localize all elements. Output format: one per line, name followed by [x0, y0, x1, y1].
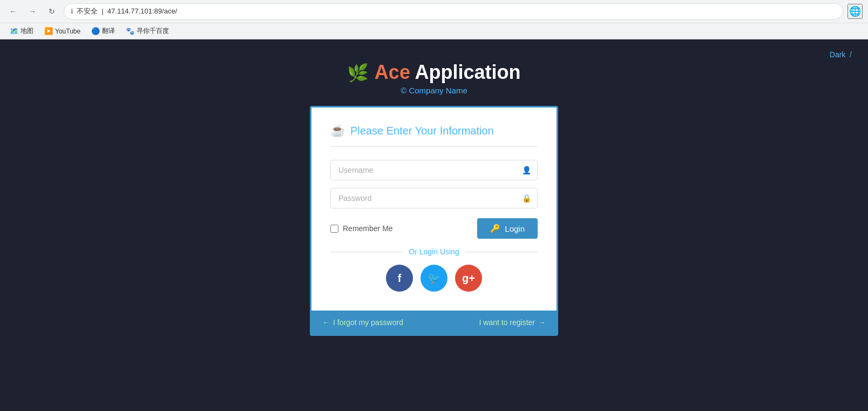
browser-chrome: ← → ↻ ℹ 不安全 | 47.114.77.101:89/ace/ 🌐 🗺️… — [0, 0, 868, 39]
back-button[interactable]: ← — [5, 4, 21, 19]
translate-icon: 🔵 — [91, 27, 100, 35]
card-footer: ← I forgot my password I want to registe… — [311, 311, 557, 334]
arrow-right-icon: → — [538, 318, 546, 327]
key-icon: 🔑 — [490, 224, 500, 233]
page-background: Dark / 🌿 Ace Application © Company Name … — [0, 39, 868, 411]
dark-mode-link[interactable]: Dark / — [830, 50, 852, 59]
remember-login-row: Remember Me 🔑 Login — [330, 218, 538, 239]
lock-icon: ℹ — [71, 8, 73, 15]
forgot-password-link[interactable]: ← I forgot my password — [322, 318, 403, 327]
twitter-icon: 🐦 — [428, 272, 441, 285]
search-icon: 🐾 — [126, 27, 134, 35]
facebook-icon: f — [398, 272, 402, 285]
username-input[interactable] — [330, 160, 538, 180]
login-card: ☕ Please Enter Your Information 👤 🔒 Reme… — [310, 106, 558, 336]
card-body: ☕ Please Enter Your Information 👤 🔒 Reme… — [311, 107, 557, 311]
maps-icon: 🗺️ — [10, 27, 18, 35]
facebook-login-button[interactable]: f — [386, 265, 413, 292]
password-input[interactable] — [330, 188, 538, 208]
login-button[interactable]: 🔑 Login — [477, 218, 538, 239]
username-group: 👤 — [330, 160, 538, 180]
twitter-login-button[interactable]: 🐦 — [421, 265, 447, 292]
forward-button[interactable]: → — [25, 4, 40, 19]
company-name: © Company Name — [347, 86, 520, 95]
remember-me-label[interactable]: Remember Me — [330, 224, 393, 233]
googleplus-login-button[interactable]: g+ — [455, 265, 482, 292]
remember-me-checkbox[interactable] — [330, 225, 338, 233]
register-link[interactable]: I want to register → — [479, 318, 546, 327]
address-bar[interactable]: ℹ 不安全 | 47.114.77.101:89/ace/ — [64, 3, 843, 19]
social-buttons-row: f 🐦 g+ — [330, 265, 538, 292]
bookmarks-bar: 🗺️ 地图 ▶️ YouTube 🔵 翻译 🐾 寻你千百度 — [0, 23, 868, 39]
url-text: 不安全 | 47.114.77.101:89/ace/ — [77, 6, 177, 16]
password-group: 🔒 — [330, 188, 538, 208]
leaf-icon: 🌿 — [347, 63, 369, 83]
googleplus-icon: g+ — [462, 272, 475, 285]
reload-button[interactable]: ↻ — [44, 4, 59, 19]
user-icon: 👤 — [522, 166, 531, 174]
app-title: Ace Application — [375, 61, 521, 83]
translate-button[interactable]: 🌐 — [847, 4, 863, 19]
lock-icon: 🔒 — [522, 194, 531, 203]
app-title-row: 🌿 Ace Application — [347, 61, 520, 84]
bookmark-translate[interactable]: 🔵 翻译 — [87, 25, 119, 37]
arrow-left-icon: ← — [322, 318, 330, 327]
bookmark-youtube[interactable]: ▶️ YouTube — [40, 26, 85, 36]
heading-text: Please Enter Your Information — [350, 125, 494, 137]
bookmark-search[interactable]: 🐾 寻你千百度 — [121, 25, 173, 37]
youtube-icon: ▶️ — [44, 27, 53, 35]
bookmark-maps[interactable]: 🗺️ 地图 — [5, 25, 38, 37]
app-header: 🌿 Ace Application © Company Name — [347, 61, 520, 95]
card-heading: ☕ Please Enter Your Information — [330, 124, 538, 147]
or-divider: Or Login Using — [330, 247, 538, 256]
cup-icon: ☕ — [330, 124, 345, 138]
browser-toolbar: ← → ↻ ℹ 不安全 | 47.114.77.101:89/ace/ 🌐 — [0, 0, 868, 23]
